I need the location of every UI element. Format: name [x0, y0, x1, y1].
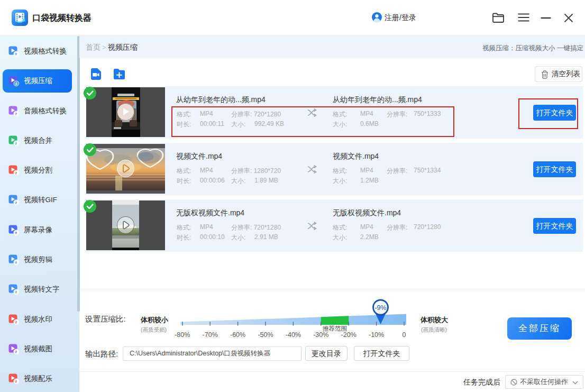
- svg-text:-60%: -60%: [230, 331, 245, 339]
- svg-text:0: 0: [403, 331, 406, 339]
- svg-text:-40%: -40%: [286, 331, 301, 339]
- svg-text:-9%: -9%: [374, 304, 386, 312]
- svg-text:推荐范围: 推荐范围: [323, 325, 347, 332]
- svg-text:-70%: -70%: [203, 331, 218, 339]
- svg-text:-50%: -50%: [258, 331, 273, 339]
- svg-text:-20%: -20%: [341, 331, 357, 339]
- svg-text:-80%: -80%: [175, 331, 190, 339]
- svg-text:-30%: -30%: [313, 331, 328, 339]
- svg-text:-10%: -10%: [369, 331, 384, 339]
